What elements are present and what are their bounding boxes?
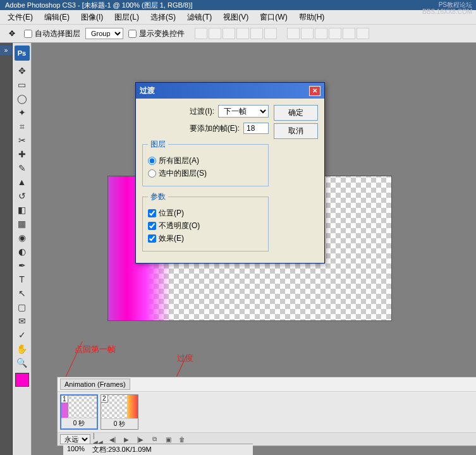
- gradient-tool[interactable]: ▦: [15, 217, 30, 230]
- menu-edit[interactable]: 编辑(E): [39, 11, 75, 24]
- shape-tool[interactable]: ▢: [15, 301, 30, 313]
- status-bar: 100% 文档:293.0K/1.09M: [63, 444, 253, 455]
- distribute-icons: [287, 28, 369, 39]
- eraser-tool[interactable]: ◧: [15, 203, 30, 216]
- transition-label: 过渡(I):: [190, 106, 214, 117]
- app-title: Adobe Photoshop CS3 - [未标题-1 @ 100% (图层 …: [5, 1, 193, 10]
- history-brush-tool[interactable]: ↺: [15, 190, 30, 202]
- menu-select[interactable]: 选择(S): [145, 11, 181, 24]
- animation-tab[interactable]: Animation (Frames): [60, 379, 130, 390]
- group-select[interactable]: Group: [85, 28, 123, 39]
- position-checkbox[interactable]: [148, 209, 156, 217]
- dist-vcenter-icon[interactable]: [301, 28, 314, 39]
- marquee-tool[interactable]: ▭: [15, 78, 30, 91]
- tween-button[interactable]: ⧉: [149, 434, 160, 444]
- frames-label: 要添加的帧(E):: [190, 123, 240, 134]
- wand-tool[interactable]: ✦: [15, 106, 30, 119]
- transition-select[interactable]: 下一帧: [218, 105, 269, 118]
- params-legend: 参数: [148, 191, 168, 202]
- align-right-icon[interactable]: [264, 28, 277, 39]
- ok-button[interactable]: 确定: [274, 105, 318, 121]
- menu-bar: 文件(E) 编辑(E) 图像(I) 图层(L) 选择(S) 滤镜(T) 视图(V…: [0, 10, 476, 24]
- eyedropper-tool[interactable]: ✓: [15, 329, 30, 341]
- move-tool[interactable]: ✥: [15, 64, 30, 77]
- menu-file[interactable]: 文件(E): [3, 11, 38, 24]
- heal-tool[interactable]: ✚: [15, 148, 30, 161]
- frame-1-number: 1: [61, 396, 68, 403]
- brush-tool[interactable]: ✎: [15, 162, 30, 174]
- pen-tool[interactable]: ✒: [15, 259, 30, 272]
- menu-filter[interactable]: 滤镜(T): [182, 11, 217, 24]
- opacity-checkbox[interactable]: [148, 222, 156, 230]
- menu-view[interactable]: 视图(V): [218, 11, 253, 24]
- notes-tool[interactable]: ✉: [15, 315, 30, 327]
- lasso-tool[interactable]: ◯: [15, 92, 30, 105]
- loop-select[interactable]: 永远: [60, 434, 90, 444]
- effect-checkbox[interactable]: [148, 234, 156, 243]
- all-layers-radio[interactable]: [148, 157, 156, 165]
- hand-tool[interactable]: ✋: [15, 343, 30, 355]
- menu-layer[interactable]: 图层(L): [109, 11, 144, 24]
- auto-select-checkbox[interactable]: 自动选择图层: [24, 28, 80, 39]
- stamp-tool[interactable]: ▲: [15, 176, 30, 188]
- dist-hcenter-icon[interactable]: [343, 28, 355, 39]
- frame-2[interactable]: 2 0 秒: [101, 394, 138, 430]
- align-hcenter-icon[interactable]: [250, 28, 263, 39]
- crop-tool[interactable]: ⌗: [15, 120, 30, 133]
- zoom-level: 100%: [67, 445, 85, 454]
- foreground-color-swatch[interactable]: [15, 373, 29, 387]
- params-fieldset: 参数 位置(P) 不透明度(O) 效果(E): [142, 191, 269, 252]
- auto-select-input[interactable]: [24, 30, 32, 38]
- animation-frames: 1 0 秒 2 0 秒: [58, 392, 476, 432]
- align-bottom-icon[interactable]: [223, 28, 235, 39]
- ps-logo-icon: Ps: [15, 46, 30, 61]
- type-tool[interactable]: T: [15, 273, 30, 286]
- duplicate-frame-button[interactable]: ▣: [162, 434, 174, 444]
- align-top-icon[interactable]: [195, 28, 207, 39]
- options-bar: ✥ 自动选择图层 Group 显示变换控件: [0, 24, 476, 43]
- dialog-body: 过渡(I): 下一帧 要添加的帧(E): 图层 所有图层(A) 选中的图层(S)…: [136, 99, 324, 263]
- dodge-tool[interactable]: ◐: [15, 245, 30, 258]
- frames-input[interactable]: [243, 123, 269, 134]
- menu-image[interactable]: 图像(I): [76, 11, 108, 24]
- align-left-icon[interactable]: [236, 28, 249, 39]
- play-button[interactable]: ▶: [121, 434, 132, 444]
- tween-dialog: 过渡 ✕ 过渡(I): 下一帧 要添加的帧(E): 图层 所有图层(A) 选中的…: [135, 82, 325, 264]
- menu-window[interactable]: 窗口(W): [255, 11, 292, 24]
- blur-tool[interactable]: ◉: [15, 231, 30, 244]
- slice-tool[interactable]: ✂: [15, 134, 30, 147]
- next-frame-button[interactable]: |▶: [135, 434, 146, 444]
- dialog-close-button[interactable]: ✕: [309, 86, 320, 96]
- animation-panel: Animation (Frames) – × 1 0 秒 2 0 秒 永远 |◀…: [57, 377, 476, 446]
- path-tool[interactable]: ↖: [15, 287, 30, 300]
- layers-legend: 图层: [148, 139, 168, 150]
- dialog-title-text: 过渡: [140, 85, 155, 96]
- dist-bottom-icon[interactable]: [315, 28, 327, 39]
- menu-help[interactable]: 帮助(H): [294, 11, 330, 24]
- selected-layers-radio[interactable]: [148, 169, 156, 178]
- side-tab-expand-icon[interactable]: »: [0, 46, 12, 55]
- show-transform-input[interactable]: [128, 30, 137, 38]
- dialog-titlebar[interactable]: 过渡 ✕: [136, 83, 324, 99]
- frame-1-time[interactable]: 0 秒: [61, 418, 97, 428]
- zoom-tool[interactable]: 🔍: [15, 356, 30, 369]
- doc-size: 文档:293.0K/1.09M: [92, 445, 152, 454]
- move-tool-icon: ✥: [5, 27, 19, 40]
- dist-top-icon[interactable]: [287, 28, 300, 39]
- dist-left-icon[interactable]: [329, 28, 341, 39]
- layers-fieldset: 图层 所有图层(A) 选中的图层(S): [142, 139, 269, 186]
- frame-1[interactable]: 1 0 秒: [60, 394, 98, 430]
- frame-2-time[interactable]: 0 秒: [101, 418, 138, 429]
- delete-frame-button[interactable]: 🗑: [176, 434, 188, 444]
- tools-panel: Ps ✥ ▭ ◯ ✦ ⌗ ✂ ✚ ✎ ▲ ↺ ◧ ▦ ◉ ◐ ✒ T ↖ ▢ ✉…: [13, 43, 32, 455]
- watermark: PS教程论坛 BBS.16XX8.COM: [422, 1, 472, 15]
- frame-2-number: 2: [101, 395, 108, 403]
- first-frame-button[interactable]: |◀◀: [93, 434, 104, 444]
- side-tab: »: [0, 43, 13, 455]
- dist-right-icon[interactable]: [357, 28, 369, 39]
- show-transform-checkbox[interactable]: 显示变换控件: [128, 28, 185, 39]
- align-icons: [195, 28, 277, 39]
- align-vcenter-icon[interactable]: [209, 28, 221, 39]
- cancel-button[interactable]: 取消: [274, 123, 318, 139]
- prev-frame-button[interactable]: ◀|: [107, 434, 118, 444]
